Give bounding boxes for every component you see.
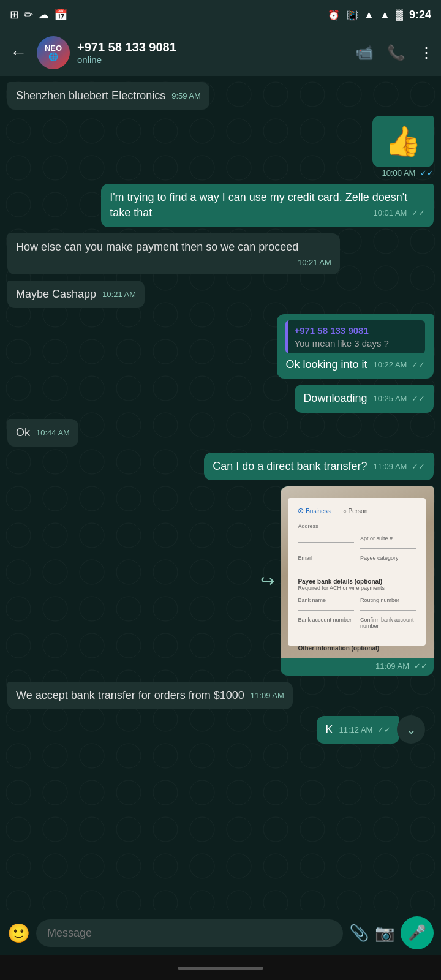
chat-input-row: 🙂 📎 📷 🎤	[0, 910, 441, 956]
message-text: Downloading	[303, 392, 367, 404]
message-text: We accept bank transfer for orders from …	[16, 689, 244, 701]
image-time-row: 11:09 AM ✓✓	[281, 658, 434, 676]
form-label-category: Payee category	[360, 555, 417, 561]
chat-area: Shenzhen bluebert Electronics 9:59 AM 👍 …	[0, 76, 441, 910]
voice-call-button[interactable]: 📞	[387, 44, 405, 61]
message-time: 11:09 AM ✓✓	[373, 461, 425, 472]
form-col-routing: Routing number	[360, 597, 417, 611]
signal-icon: ▲	[380, 9, 390, 20]
message-text: Maybe Cashapp	[16, 288, 96, 300]
message-time: 9:59 AM	[172, 91, 201, 102]
form-label-bankname: Bank name	[298, 597, 354, 603]
form-col-category: Payee category	[360, 555, 417, 568]
message-bubble: Shenzhen bluebert Electronics 9:59 AM	[7, 82, 209, 110]
camera-button[interactable]: 📷	[375, 924, 394, 943]
nav-pill	[178, 967, 263, 970]
message-time: 10:21 AM	[102, 289, 136, 300]
read-ticks: ✓✓	[412, 462, 425, 471]
notification-icon: ⊞	[10, 8, 19, 21]
message-bubble: We accept bank transfer for orders from …	[7, 682, 293, 709]
message-bubble: I'm trying to find a way I can use my cr…	[101, 184, 434, 227]
menu-button[interactable]: ⋮	[419, 44, 434, 61]
message-row: Shenzhen bluebert Electronics 9:59 AM	[7, 82, 434, 110]
message-time: 10:00 AM ✓✓	[382, 168, 434, 178]
chat-header: ← NEO🌐 +971 58 133 9081 online 📹 📞 ⋮	[0, 29, 441, 76]
form-col-bankname: Bank name	[298, 597, 354, 611]
nav-bar	[0, 956, 441, 980]
status-bar: ⊞ ✏ ☁ 📅 ⏰ 📳 ▲ ▲ ▓ 9:24	[0, 0, 441, 29]
form-row-email: Email Payee category	[298, 555, 416, 568]
quote-text: You mean like 3 days ?	[294, 337, 419, 350]
read-ticks: ✓✓	[412, 208, 425, 217]
wifi-icon: ▲	[364, 9, 374, 20]
message-bubble: Maybe Cashapp 10:21 AM	[7, 281, 145, 308]
message-time: 10:22 AM ✓✓	[373, 360, 425, 371]
message-row: Can I do a direct bank transfer? 11:09 A…	[7, 453, 434, 480]
status-bar-right: ⏰ 📳 ▲ ▲ ▓ 9:24	[328, 9, 431, 21]
form-row-acct: Bank account number Confirm bank account…	[298, 617, 416, 636]
vibrate-icon: 📳	[346, 9, 358, 21]
message-row: ↪ ⦿ Business ○ Person Address Apt or sui…	[7, 486, 434, 676]
form-label-routing: Routing number	[360, 597, 417, 603]
form-label-apt: Apt or suite #	[360, 535, 417, 541]
read-ticks: ✓✓	[412, 394, 425, 403]
message-bubble: Ok 10:44 AM	[7, 419, 78, 447]
form-label-bank-req: Required for ACH or wire payments	[298, 585, 416, 591]
contact-avatar[interactable]: NEO🌐	[37, 36, 70, 69]
form-col-acct: Bank account number	[298, 617, 354, 636]
mic-icon: 🎤	[408, 924, 426, 941]
form-label-address: Address	[298, 523, 416, 529]
read-ticks: ✓✓	[377, 725, 391, 734]
emoji-bubble: 👍	[372, 116, 434, 167]
message-text: I'm trying to find a way I can use my cr…	[110, 191, 407, 219]
forward-icon[interactable]: ↪	[260, 571, 274, 591]
calendar-icon: 📅	[54, 8, 67, 21]
avatar-initials: NEO🌐	[45, 44, 62, 62]
message-bubble: How else can you make payment then so we…	[7, 233, 340, 274]
message-bubble: +971 58 133 9081 You mean like 3 days ? …	[277, 314, 434, 379]
image-preview: ⦿ Business ○ Person Address Apt or suite…	[281, 486, 434, 658]
form-label-confirm-acct: Confirm bank account number	[360, 617, 417, 629]
message-row: Ok 10:44 AM	[7, 419, 434, 447]
status-bar-left: ⊞ ✏ ☁ 📅	[10, 8, 67, 21]
message-time: 10:25 AM ✓✓	[373, 393, 425, 404]
image-message-bubble[interactable]: ⦿ Business ○ Person Address Apt or suite…	[281, 486, 434, 676]
contact-status: online	[77, 55, 348, 65]
quote-author: +971 58 133 9081	[294, 324, 419, 337]
message-row: We accept bank transfer for orders from …	[7, 682, 434, 709]
message-text: Shenzhen bluebert Electronics	[16, 89, 165, 102]
mic-button[interactable]: 🎤	[401, 916, 434, 949]
form-row-bank: Bank name Routing number	[298, 597, 416, 611]
image-timestamp: 11:09 AM	[375, 662, 409, 671]
message-text: Ok looking into it	[285, 358, 367, 371]
message-row: How else can you make payment then so we…	[7, 233, 434, 274]
form-section-other: Other information (optional)	[298, 645, 416, 652]
message-time: 11:12 AM ✓✓	[339, 725, 391, 736]
header-actions: 📹 📞 ⋮	[355, 44, 434, 61]
chevron-down-icon: ⌄	[406, 722, 417, 737]
alarm-icon: ⏰	[328, 9, 340, 21]
battery-icon: ▓	[396, 9, 403, 20]
message-row: 👍 10:00 AM ✓✓	[7, 116, 434, 178]
message-text: Ok	[16, 426, 30, 439]
last-message-row: K 11:12 AM ✓✓ ⌄	[7, 715, 434, 744]
message-row: +971 58 133 9081 You mean like 3 days ? …	[7, 314, 434, 379]
form-section-bank: Payee bank details (optional)	[298, 578, 416, 585]
message-bubble: Can I do a direct bank transfer? 11:09 A…	[204, 453, 434, 480]
message-bubble: Downloading 10:25 AM ✓✓	[295, 385, 434, 412]
message-row: I'm trying to find a way I can use my cr…	[7, 184, 434, 227]
emoji-picker-button[interactable]: 🙂	[7, 922, 30, 944]
message-input[interactable]	[36, 919, 343, 947]
back-button[interactable]: ←	[7, 40, 29, 65]
clock-display: 9:24	[409, 9, 431, 21]
contact-name: +971 58 133 9081	[77, 40, 348, 55]
scroll-down-button[interactable]: ⌄	[397, 715, 425, 744]
message-row: Downloading 10:25 AM ✓✓	[7, 385, 434, 412]
attach-button[interactable]: 📎	[349, 924, 369, 943]
video-call-button[interactable]: 📹	[355, 44, 374, 61]
form-col-confirm-acct: Confirm bank account number	[360, 617, 417, 636]
message-text: Can I do a direct bank transfer?	[213, 460, 367, 472]
message-time: 10:44 AM	[36, 428, 70, 439]
image-read-ticks: ✓✓	[414, 662, 428, 671]
form-row: Apt or suite #	[298, 535, 416, 549]
